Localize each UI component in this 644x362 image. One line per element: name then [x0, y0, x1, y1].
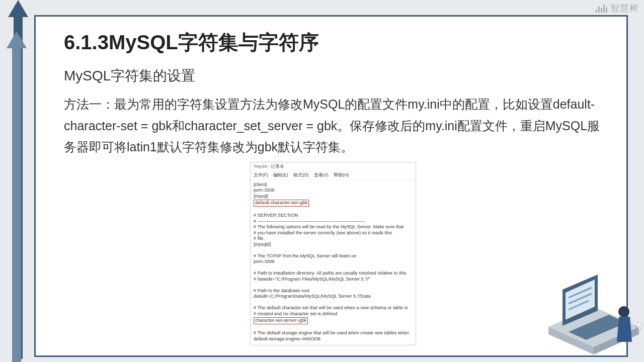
- notepad-line: [mysqld]: [254, 242, 413, 248]
- notepad-line: # basedir="C:/Program Files/MySQL/MySQL …: [254, 277, 413, 283]
- svg-marker-28: [636, 322, 643, 330]
- notepad-line: [254, 247, 413, 253]
- notepad-body: [client]port=3306[mysql] default-charact…: [251, 180, 416, 345]
- notepad-screenshot: *my.ini - 记事本 文件(F) 编辑(E) 格式(O) 查看(V) 帮助…: [250, 162, 416, 346]
- slide-subtitle: MySQL字符集的设置: [64, 66, 602, 85]
- notepad-line: # The TCP/IP Port the MySQL Server will …: [254, 253, 413, 259]
- notepad-line: datadir=C:/ProgramData/MySQL/MySQL Serve…: [254, 294, 413, 300]
- notepad-line: # Path to installation directory. All pa…: [254, 270, 413, 277]
- slide-card: 6.1.3MySQL字符集与字符序 MySQL字符集的设置 方法一：最为常用的字…: [34, 15, 628, 357]
- notepad-line: default-storage-engine=INNODB: [254, 336, 413, 342]
- notepad-line: [mysql]: [254, 194, 413, 200]
- notepad-menu-item: 格式(O): [293, 172, 308, 177]
- notepad-menu-item: 编辑(E): [273, 172, 288, 177]
- notepad-line: # SERVER SECTION: [254, 213, 413, 219]
- notepad-line: [254, 282, 413, 288]
- notepad-line: # you have installed the server correctl…: [254, 230, 413, 236]
- notepad-line: # The following options will be read by …: [254, 224, 413, 230]
- notepad-line: [254, 300, 413, 306]
- left-arrow-decoration: [5, 0, 31, 362]
- notepad-line: # file.: [254, 236, 413, 242]
- notepad-line: # The default storage engine that will b…: [254, 330, 413, 336]
- arrow-up-icon: [7, 31, 27, 48]
- notepad-line: port=3306: [254, 188, 413, 194]
- watermark-bars-icon: [596, 4, 607, 13]
- notepad-line: port=3306: [254, 259, 413, 265]
- notepad-window-title: *my.ini - 记事本: [251, 162, 416, 171]
- slide-title: 6.1.3MySQL字符集与字符序: [64, 29, 602, 56]
- watermark-text: 智慧树: [610, 2, 639, 14]
- arrow-up-icon: [8, 0, 28, 17]
- notepad-line: [client]: [254, 182, 413, 188]
- notepad-menu-item: 查看(V): [314, 172, 329, 177]
- notepad-menu-bar: 文件(F) 编辑(E) 格式(O) 查看(V) 帮助(H): [251, 171, 416, 180]
- notepad-line: [254, 207, 413, 213]
- notepad-line: # The default character set that will be…: [254, 305, 413, 311]
- slide-body-text: 方法一：最为常用的字符集设置方法为修改MySQL的配置文件my.ini中的配置，…: [64, 94, 602, 158]
- notepad-line: # --------------------------------------…: [254, 219, 413, 225]
- watermark: 智慧树: [596, 2, 639, 14]
- highlighted-line: default-character-set=gbk: [254, 200, 309, 207]
- notepad-line: [254, 325, 413, 331]
- notepad-menu-item: 文件(F): [254, 172, 268, 177]
- highlighted-line: character-set-server=gbk: [254, 317, 308, 324]
- notepad-line: # created and no character set is define…: [254, 311, 413, 317]
- notepad-line: # Path to the database root: [254, 288, 413, 294]
- notepad-line: [254, 265, 413, 271]
- notepad-menu-item: 帮助(H): [334, 172, 349, 177]
